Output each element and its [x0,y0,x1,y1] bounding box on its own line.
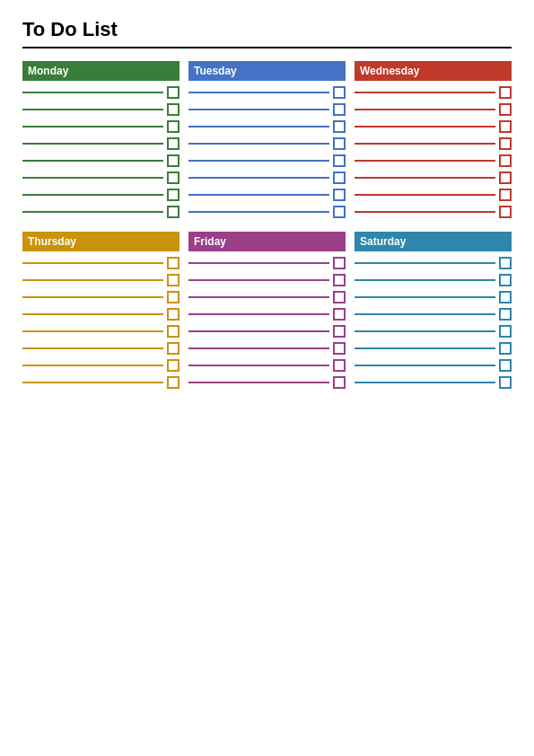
task-line [355,92,495,93]
task-checkbox[interactable] [333,342,346,355]
task-checkbox[interactable] [333,189,346,201]
day-section-friday: Friday [188,232,346,393]
task-checkbox[interactable] [499,325,512,338]
day-header-saturday: Saturday [355,232,512,251]
task-checkbox[interactable] [499,189,512,201]
task-line [355,330,495,332]
task-line [188,211,329,213]
task-checkbox[interactable] [499,274,512,286]
task-checkbox[interactable] [499,342,512,355]
task-checkbox[interactable] [499,376,512,389]
task-row [188,342,346,355]
task-checkbox[interactable] [167,325,179,338]
task-checkbox[interactable] [167,103,179,116]
task-row [355,274,512,286]
task-checkbox[interactable] [333,103,346,116]
task-checkbox[interactable] [167,359,179,372]
task-checkbox[interactable] [167,171,179,184]
task-row [355,308,512,321]
task-checkbox[interactable] [499,257,512,269]
todo-grid: MondayTuesdayWednesdayThursdayFridaySatu… [22,61,512,393]
task-row [22,376,179,389]
day-section-wednesday: Wednesday [355,61,512,223]
task-line [355,177,495,179]
task-line [355,313,495,315]
task-checkbox[interactable] [333,291,346,303]
task-checkbox[interactable] [167,206,179,218]
task-row [22,257,179,269]
task-row [22,308,179,321]
task-line [22,177,163,179]
task-checkbox[interactable] [167,154,179,167]
task-checkbox[interactable] [333,359,346,372]
task-row [355,189,512,201]
task-checkbox[interactable] [167,308,179,321]
task-row [355,325,512,338]
task-checkbox[interactable] [333,308,346,321]
task-line [188,160,329,162]
task-checkbox[interactable] [333,257,346,269]
task-line [22,92,163,93]
task-line [188,382,329,383]
task-checkbox[interactable] [333,154,346,167]
task-line [188,330,329,332]
day-section-saturday: Saturday [355,232,512,393]
task-line [355,262,495,264]
task-checkbox[interactable] [167,274,179,286]
task-line [22,365,163,366]
task-checkbox[interactable] [167,189,179,201]
task-checkbox[interactable] [333,376,346,389]
task-checkbox[interactable] [499,154,512,167]
day-header-thursday: Thursday [22,232,179,251]
day-header-monday: Monday [22,61,179,81]
task-checkbox[interactable] [333,325,346,338]
task-checkbox[interactable] [499,137,512,150]
task-checkbox[interactable] [499,206,512,218]
task-row [355,206,512,218]
task-checkbox[interactable] [333,86,346,99]
task-checkbox[interactable] [167,86,179,99]
task-checkbox[interactable] [333,206,346,218]
task-checkbox[interactable] [499,308,512,321]
task-row [22,359,179,372]
task-line [22,160,163,162]
task-checkbox[interactable] [167,291,179,303]
task-line [22,382,163,383]
task-checkbox[interactable] [167,137,179,150]
task-checkbox[interactable] [167,257,179,269]
task-checkbox[interactable] [167,342,179,355]
task-checkbox[interactable] [499,120,512,133]
task-line [188,194,329,196]
task-checkbox[interactable] [167,376,179,389]
task-line [188,92,329,93]
task-checkbox[interactable] [499,291,512,303]
task-checkbox[interactable] [333,137,346,150]
task-line [188,177,329,179]
task-row [22,137,179,150]
task-row [22,189,179,201]
task-line [355,126,495,127]
task-checkbox[interactable] [333,171,346,184]
task-row [188,154,346,167]
task-line [355,160,495,162]
task-checkbox[interactable] [333,274,346,286]
task-line [22,279,163,281]
day-header-tuesday: Tuesday [188,61,346,81]
task-row [355,291,512,303]
task-line [355,365,495,366]
task-line [355,382,495,383]
task-line [355,296,495,298]
task-row [355,137,512,150]
task-line [188,143,329,145]
task-row [188,376,346,389]
task-checkbox[interactable] [499,359,512,372]
task-checkbox[interactable] [499,103,512,116]
task-row [355,342,512,355]
task-checkbox[interactable] [499,86,512,99]
task-line [188,296,329,298]
task-checkbox[interactable] [499,171,512,184]
task-checkbox[interactable] [333,120,346,133]
task-row [22,120,179,133]
task-checkbox[interactable] [167,120,179,133]
task-line [355,109,495,110]
